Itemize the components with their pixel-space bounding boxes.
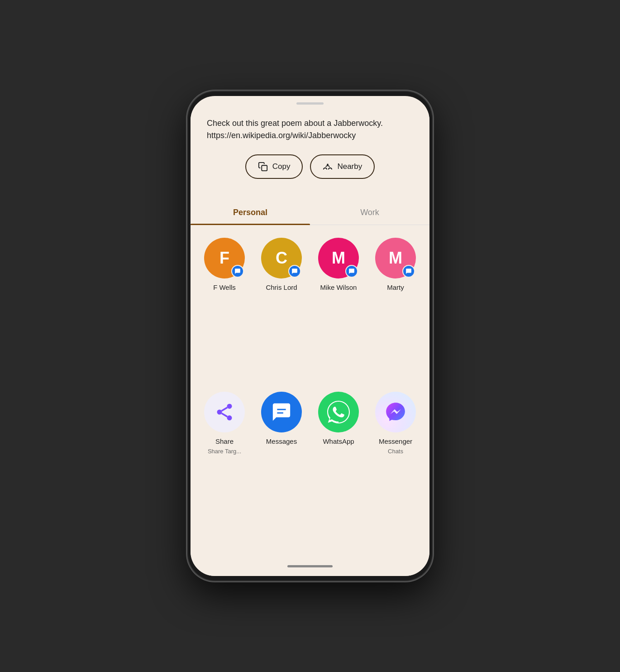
nearby-button[interactable]: Nearby [310, 154, 375, 179]
app-share-target-sublabel: Share Targ... [208, 448, 241, 455]
svg-point-4 [227, 415, 232, 420]
svg-point-1 [327, 164, 329, 166]
app-messenger[interactable]: Messenger Chats [371, 392, 420, 547]
app-share-target-name: Share [215, 437, 234, 446]
app-messages-icon-wrap [261, 392, 302, 432]
apps-grid: F F Wells C [191, 225, 429, 560]
app-messages-name: Messages [266, 437, 297, 446]
copy-button[interactable]: Copy [245, 154, 303, 179]
app-messenger-icon-wrap [375, 392, 416, 432]
app-messages[interactable]: Messages [257, 392, 306, 547]
contact-marty-icon-wrap: M [375, 238, 416, 278]
contact-chris-lord-icon-wrap: C [261, 238, 302, 278]
phone-frame: Check out this great poem about a Jabber… [188, 91, 432, 581]
app-share-target[interactable]: Share Share Targ... [200, 392, 249, 547]
contact-chris-lord[interactable]: C Chris Lord [257, 238, 306, 384]
tab-personal-label: Personal [233, 208, 267, 217]
app-whatsapp[interactable]: WhatsApp [314, 392, 363, 547]
app-share-target-icon-wrap [204, 392, 245, 432]
contact-mike-wilson-badge [345, 265, 358, 278]
contact-mike-wilson-name: Mike Wilson [320, 283, 357, 292]
contact-mike-wilson-initial: M [332, 249, 345, 268]
svg-point-2 [227, 404, 232, 409]
svg-rect-0 [262, 165, 267, 171]
contact-chris-lord-badge [288, 265, 301, 278]
bottom-bar [191, 560, 429, 576]
tab-personal[interactable]: Personal [191, 201, 310, 225]
contact-marty-initial: M [389, 249, 402, 268]
app-whatsapp-name: WhatsApp [323, 437, 354, 446]
share-text: Check out this great poem about a Jabber… [207, 117, 413, 142]
contact-marty[interactable]: M Marty [371, 238, 420, 384]
tab-work-label: Work [360, 208, 379, 217]
app-share-target-icon [204, 392, 245, 432]
contact-mike-wilson-icon-wrap: M [318, 238, 359, 278]
bottom-indicator [287, 565, 333, 567]
tabs-container: Personal Work [191, 201, 429, 225]
copy-icon [258, 162, 268, 172]
phone-inner: Check out this great poem about a Jabber… [191, 96, 429, 576]
action-buttons: Copy Nearby [207, 154, 413, 179]
nearby-icon [323, 162, 333, 172]
app-messenger-sublabel: Chats [388, 448, 403, 455]
app-messages-icon [261, 392, 302, 432]
app-whatsapp-icon [318, 392, 359, 432]
contact-f-wells-icon-wrap: F [204, 238, 245, 278]
tab-work[interactable]: Work [310, 201, 429, 225]
app-messenger-icon [375, 392, 416, 432]
nearby-label: Nearby [337, 162, 362, 171]
contact-f-wells-name: F Wells [213, 283, 236, 292]
contact-f-wells[interactable]: F F Wells [200, 238, 249, 384]
svg-line-5 [222, 413, 228, 417]
contact-chris-lord-initial: C [276, 249, 287, 268]
contact-mike-wilson[interactable]: M Mike Wilson [314, 238, 363, 384]
svg-line-6 [222, 408, 228, 411]
app-whatsapp-icon-wrap [318, 392, 359, 432]
copy-label: Copy [272, 162, 291, 171]
svg-point-3 [217, 410, 222, 415]
contact-f-wells-badge [231, 265, 244, 278]
contact-marty-badge [402, 265, 415, 278]
share-content: Check out this great poem about a Jabber… [191, 105, 429, 192]
contact-chris-lord-name: Chris Lord [266, 283, 297, 292]
app-messenger-name: Messenger [379, 437, 412, 446]
contact-f-wells-initial: F [219, 249, 229, 268]
contact-marty-name: Marty [387, 283, 404, 292]
